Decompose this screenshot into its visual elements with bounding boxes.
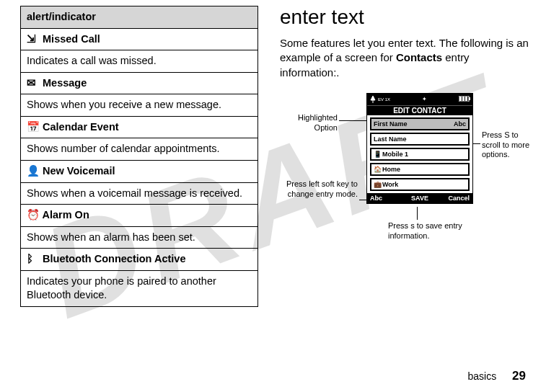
signal-icon: EV 1X bbox=[369, 96, 390, 103]
callout-line bbox=[473, 143, 480, 144]
alert-icon: ⏰ bbox=[27, 208, 40, 223]
alert-title: New Voicemail bbox=[40, 165, 115, 177]
phone-diagram: Highlighted Option Press left soft key t… bbox=[280, 93, 525, 302]
svg-rect-4 bbox=[465, 97, 467, 101]
alert-title: Missed Call bbox=[40, 33, 100, 45]
callout-scroll: Press S to scroll to more options. bbox=[482, 130, 532, 160]
field-icon: 📱 bbox=[374, 151, 382, 158]
field-label: Home bbox=[382, 166, 400, 173]
contact-field[interactable]: 💼Work bbox=[370, 178, 470, 191]
svg-rect-2 bbox=[459, 97, 462, 101]
alerts-table: alert/indicator ⇲ Missed CallIndicates a… bbox=[20, 6, 258, 307]
page-footer: basics 29 bbox=[468, 369, 527, 383]
alert-icon: ⇲ bbox=[27, 32, 40, 47]
softkey-center[interactable]: SAVE bbox=[403, 195, 436, 202]
footer-section: basics bbox=[468, 370, 497, 382]
footer-page: 29 bbox=[512, 369, 526, 383]
screen-title: EDIT CONTACT bbox=[367, 105, 472, 115]
field-icon: 🏠 bbox=[374, 166, 382, 173]
field-icon: 💼 bbox=[374, 181, 382, 188]
alert-icon: ᛒ bbox=[27, 252, 40, 267]
softkey-left[interactable]: Abc bbox=[370, 195, 403, 202]
battery-icon bbox=[459, 96, 470, 103]
alert-desc-row: Indicates your phone is paired to anothe… bbox=[21, 270, 258, 306]
svg-rect-3 bbox=[462, 97, 464, 101]
field-label: Mobile 1 bbox=[382, 151, 408, 158]
alert-title-row: 👤 New Voicemail bbox=[21, 160, 258, 182]
alert-title-row: ⏰ Alarm On bbox=[21, 205, 258, 227]
field-label: Last Name bbox=[374, 135, 407, 143]
softkey-bar: Abc SAVE Cancel bbox=[367, 193, 472, 203]
alert-desc-row: Shows number of calendar appointments. bbox=[21, 138, 258, 161]
alert-title-row: ✉ Message bbox=[21, 72, 258, 94]
alert-title: Calendar Event bbox=[40, 121, 119, 133]
alert-title-row: 📅 Calendar Event bbox=[21, 116, 258, 138]
field-label: Work bbox=[382, 181, 398, 188]
entry-mode-indicator: Abc bbox=[454, 120, 466, 128]
alert-icon: 📅 bbox=[27, 120, 40, 135]
callout-line bbox=[417, 207, 418, 220]
status-text: EV 1X bbox=[378, 97, 390, 102]
alert-title-row: ᛒ Bluetooth Connection Active bbox=[21, 249, 258, 271]
alert-title: Alarm On bbox=[40, 209, 89, 220]
callout-highlighted: Highlighted Option bbox=[280, 113, 338, 133]
target-icon: ✦ bbox=[422, 96, 427, 102]
field-label: First Name bbox=[374, 120, 408, 128]
phone-screen: EV 1X ✦ EDIT CONTACT First NameAbcLast N… bbox=[366, 93, 473, 204]
alert-icon: ✉ bbox=[27, 76, 40, 91]
intro-bold: Contacts bbox=[396, 51, 442, 63]
callout-line bbox=[339, 120, 368, 121]
alert-title: Message bbox=[40, 77, 87, 89]
alert-title-row: ⇲ Missed Call bbox=[21, 28, 258, 50]
contact-field[interactable]: 📱Mobile 1 bbox=[370, 148, 470, 161]
alert-desc-row: Shows when a voicemail message is receiv… bbox=[21, 182, 258, 205]
table-header: alert/indicator bbox=[21, 6, 258, 29]
alert-desc-row: Shows when you receive a new message. bbox=[21, 94, 258, 117]
alert-desc-row: Shows when an alarm has been set. bbox=[21, 226, 258, 249]
alert-title: Bluetooth Connection Active bbox=[40, 253, 185, 264]
alert-icon: 👤 bbox=[27, 164, 40, 179]
callout-save: Press s to save entry information. bbox=[388, 221, 475, 241]
section-heading: enter text bbox=[280, 6, 532, 29]
contact-field[interactable]: Last Name bbox=[370, 133, 470, 146]
intro-text: Some features let you enter text. The fo… bbox=[280, 36, 532, 80]
alert-desc-row: Indicates a call was missed. bbox=[21, 50, 258, 73]
contact-field[interactable]: First NameAbc bbox=[370, 117, 470, 130]
softkey-right[interactable]: Cancel bbox=[436, 195, 470, 202]
svg-rect-1 bbox=[469, 97, 470, 100]
callout-left-soft: Press left soft key to change entry mode… bbox=[280, 179, 358, 200]
status-bar: EV 1X ✦ bbox=[367, 94, 472, 105]
contact-field[interactable]: 🏠Home bbox=[370, 163, 470, 176]
